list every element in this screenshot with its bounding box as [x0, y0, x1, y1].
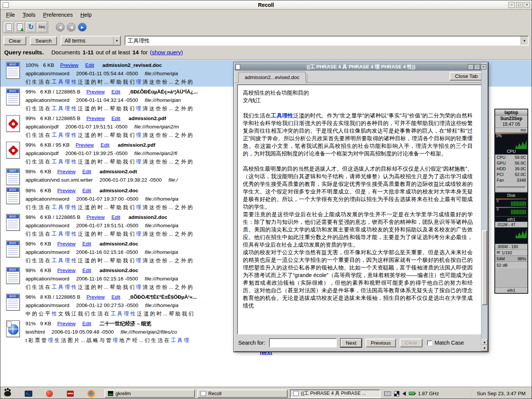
disk-chart-label: Disk: [495, 193, 527, 198]
file-size: 9 KB: [40, 321, 51, 326]
preview-link[interactable]: Preview: [60, 62, 78, 68]
menubar: File Tools Preferences Help: [0, 10, 532, 20]
close-tab-button[interactable]: Close Tab: [450, 72, 483, 81]
doc-date: 2006-11-16 02:15:16 -0500: [76, 249, 138, 255]
preview-link[interactable]: Preview: [57, 188, 76, 193]
update-index-icon[interactable]: ↻: [26, 22, 36, 32]
preview-link[interactable]: Preview: [76, 142, 94, 148]
speaker-icon[interactable]: [402, 391, 406, 396]
taskbar-clock: Sun Sep 23, 3:47 PM: [471, 391, 529, 396]
preview-link[interactable]: Preview: [57, 268, 76, 273]
edit-link[interactable]: Edit: [111, 116, 120, 121]
show-query-link[interactable]: (show query): [150, 49, 183, 55]
preview-scrollbar[interactable]: ▲ ▼: [481, 63, 488, 351]
file-type-icon: DOC: [0, 87, 25, 113]
file-size: 6 KB / 95 KB: [40, 142, 70, 148]
search-mode-value: All terms: [65, 38, 85, 44]
preview-minimize-button[interactable]: −: [468, 64, 473, 70]
first-page-icon[interactable]: ◀: [56, 23, 65, 32]
file-size: 6 KB: [40, 268, 51, 273]
preview-search-input[interactable]: [269, 338, 337, 347]
task-button[interactable]: gkrellm: [104, 390, 195, 398]
package-icon[interactable]: [66, 390, 74, 398]
edit-link[interactable]: Edit: [111, 214, 120, 220]
gkrellm-mail: ✉ 1/192: [495, 249, 527, 255]
preview-link[interactable]: Preview: [57, 321, 76, 326]
mail-count: 1/192: [502, 250, 512, 255]
edit-link[interactable]: Edit: [111, 294, 120, 300]
window-close-button[interactable]: ×: [524, 2, 530, 8]
menu-help[interactable]: Help: [77, 11, 95, 19]
preview-link[interactable]: Preview: [86, 89, 104, 95]
preview-link[interactable]: Preview: [57, 241, 76, 247]
search-input[interactable]: 工具理性 ▼: [125, 36, 529, 46]
gkrellm-time: 15:47 05: [495, 122, 527, 127]
preview-titlebar[interactable]: ((工 PHRASE 4 具 PHRASE 4 理 PHRASE 4 性)) −…: [234, 63, 488, 71]
toolbar-group: ↻ ÂbÇ: [3, 21, 48, 33]
find-previous-button[interactable]: Previous: [366, 339, 396, 347]
search-history-arrow-icon[interactable]: ▼: [521, 36, 528, 45]
gkrellm-hostname: laptop: [495, 109, 527, 116]
toolbar: ↻ ÂbÇ ◀ ◀ ▶: [0, 20, 532, 34]
net-stat-tx: .906M - 190: [495, 244, 527, 249]
cpu-chart-label: CPU: [495, 149, 527, 154]
result-filename: admission2.doc: [100, 188, 138, 193]
documents-label: Documents: [51, 49, 80, 55]
doc-date: 2006-01-07 19:38:22 -0500: [100, 177, 162, 183]
table-view-icon[interactable]: [15, 22, 25, 32]
edit-link[interactable]: Edit: [82, 241, 91, 247]
media-player-icon[interactable]: [45, 390, 54, 398]
edit-link[interactable]: Edit: [101, 142, 109, 148]
file-type-icon: DOC: [0, 60, 25, 86]
edit-link[interactable]: Edit: [82, 268, 91, 273]
menu-preferences[interactable]: Preferences: [40, 11, 76, 19]
relevance-percent: 99%: [25, 89, 36, 95]
edit-link[interactable]: Edit: [82, 169, 91, 174]
match-case-checkbox[interactable]: [427, 340, 432, 345]
menu-file[interactable]: File: [3, 11, 18, 19]
gkrellm-date: Sun23Sep: [495, 116, 527, 122]
window-minimize-button[interactable]: −: [508, 2, 515, 8]
task-button[interactable]: Recoll: [197, 390, 288, 398]
menu-tools[interactable]: Tools: [19, 11, 39, 19]
preview-close-button[interactable]: ×: [481, 64, 486, 70]
net-stat-rx: .011M - 47: [495, 222, 527, 227]
window-titlebar[interactable]: Recoll − □ ×: [0, 0, 532, 10]
edit-link[interactable]: Edit: [85, 62, 94, 68]
firefox-icon[interactable]: [87, 390, 95, 398]
file-size: 8 KB / 1228865 B: [40, 294, 81, 300]
terminal-icon[interactable]: >_: [24, 390, 33, 398]
edit-link[interactable]: Edit: [82, 321, 91, 326]
desktop: Recoll − □ × File Tools Preferences Help…: [0, 0, 532, 399]
mime-type: application/pdf: [25, 150, 59, 156]
window-maximize-button[interactable]: □: [516, 2, 522, 8]
disk-read-value: 0: [497, 199, 499, 203]
preview-link[interactable]: Preview: [86, 294, 104, 300]
file-path: file:///home/qia: [145, 196, 179, 202]
clear-search-icon[interactable]: [4, 22, 14, 32]
next-page-icon[interactable]: ▶: [78, 23, 87, 32]
relevance-percent: 98%: [25, 268, 36, 273]
file-type-icon: ODT: [0, 167, 25, 185]
battery-icon[interactable]: [409, 392, 415, 395]
task-label: ((工 PHRASE 4 具 PHRASE ...: [301, 390, 366, 397]
keyboard-icon[interactable]: [384, 391, 391, 396]
preview-maximize-button[interactable]: □: [474, 64, 480, 70]
term-explorer-icon[interactable]: ÂbÇ: [37, 22, 47, 32]
scrollbar-thumb[interactable]: [482, 230, 487, 305]
clear-button[interactable]: Clear: [3, 36, 26, 45]
task-button[interactable]: ((工 PHRASE 4 具 PHRASE ...: [290, 390, 380, 398]
preview-link[interactable]: Preview: [86, 214, 104, 220]
relevance-percent: 98%: [25, 214, 36, 220]
search-button[interactable]: Search: [30, 36, 57, 45]
search-mode-combo[interactable]: All terms ▼: [61, 36, 121, 46]
preview-tab[interactable]: admission2...evised.doc: [238, 72, 306, 83]
preview-link[interactable]: Preview: [86, 116, 104, 121]
preview-link[interactable]: Preview: [57, 169, 76, 174]
find-clear-button[interactable]: Clear: [400, 339, 423, 347]
edit-link[interactable]: Edit: [82, 188, 91, 193]
edit-link[interactable]: Edit: [111, 89, 120, 95]
wm-menu-icon[interactable]: [3, 390, 12, 398]
find-next-button[interactable]: Next: [340, 339, 362, 347]
prev-page-icon[interactable]: ◀: [67, 23, 76, 32]
